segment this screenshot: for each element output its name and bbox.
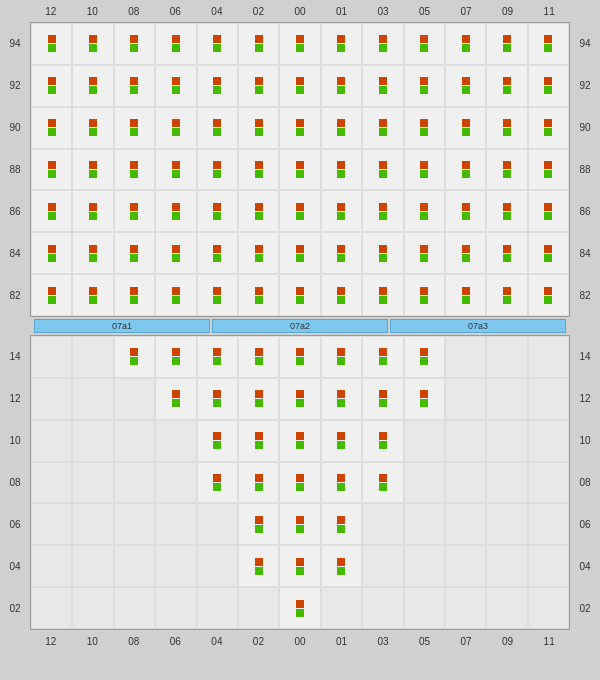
- top-cell-88-00: [279, 149, 320, 191]
- col-header-07: 07: [445, 6, 487, 17]
- row-label-right-14: 14: [570, 335, 600, 377]
- bottom-cell-12-03: [362, 378, 403, 420]
- bottom-cell-06-10: [72, 503, 113, 545]
- bottom-cell-04-06: [155, 545, 196, 587]
- top-cell-94-12: [31, 23, 72, 65]
- top-cell-82-10: [72, 274, 113, 316]
- row-label-right-08: 08: [570, 461, 600, 503]
- bottom-cell-14-07: [445, 336, 486, 378]
- bottom-cell-10-03: [362, 420, 403, 462]
- top-cell-86-11: [528, 190, 569, 232]
- bottom-cell-02-03: [362, 587, 403, 629]
- bottom-cell-14-12: [31, 336, 72, 378]
- divider-segment-1: 07a1: [34, 319, 210, 333]
- bottom-cell-10-04: [197, 420, 238, 462]
- bottom-cell-04-01: [321, 545, 362, 587]
- bottom-cell-06-03: [362, 503, 403, 545]
- row-label-left-84: 84: [0, 233, 30, 275]
- bottom-section: 14121008060402 14121008060402: [0, 335, 600, 630]
- bottom-cell-08-10: [72, 462, 113, 504]
- top-row-94: [31, 23, 569, 65]
- bottom-cell-10-06: [155, 420, 196, 462]
- row-label-right-86: 86: [570, 191, 600, 233]
- main-container: 12100806040200010305070911 9492908886848…: [0, 0, 600, 680]
- top-row-86: [31, 190, 569, 232]
- top-cell-84-11: [528, 232, 569, 274]
- bottom-cell-14-05: [404, 336, 445, 378]
- col-header-06: 06: [155, 6, 197, 17]
- bottom-row-02: [31, 587, 569, 629]
- divider-segment-3: 07a3: [390, 319, 566, 333]
- top-row-82: [31, 274, 569, 316]
- top-cell-94-10: [72, 23, 113, 65]
- bottom-cell-08-11: [528, 462, 569, 504]
- bottom-cell-12-01: [321, 378, 362, 420]
- bottom-cell-04-08: [114, 545, 155, 587]
- bottom-cell-02-09: [486, 587, 527, 629]
- col-header-07: 07: [445, 636, 487, 647]
- top-cell-90-11: [528, 107, 569, 149]
- top-cell-92-06: [155, 65, 196, 107]
- col-header-12: 12: [30, 636, 72, 647]
- top-cell-86-05: [404, 190, 445, 232]
- bottom-cell-14-11: [528, 336, 569, 378]
- bottom-cell-12-05: [404, 378, 445, 420]
- bottom-cell-06-04: [197, 503, 238, 545]
- bottom-cell-08-04: [197, 462, 238, 504]
- bottom-cell-06-07: [445, 503, 486, 545]
- bottom-cell-02-01: [321, 587, 362, 629]
- bottom-cell-10-00: [279, 420, 320, 462]
- row-label-right-94: 94: [570, 22, 600, 64]
- bottom-cell-06-11: [528, 503, 569, 545]
- top-cell-86-00: [279, 190, 320, 232]
- row-label-left-90: 90: [0, 106, 30, 148]
- col-header-08: 08: [113, 636, 155, 647]
- top-row-90: [31, 107, 569, 149]
- bottom-cell-04-07: [445, 545, 486, 587]
- top-cell-86-01: [321, 190, 362, 232]
- top-cell-88-08: [114, 149, 155, 191]
- top-cell-84-07: [445, 232, 486, 274]
- top-cell-86-03: [362, 190, 403, 232]
- row-label-left-86: 86: [0, 191, 30, 233]
- bottom-cell-02-06: [155, 587, 196, 629]
- bottom-cell-08-01: [321, 462, 362, 504]
- top-cell-86-04: [197, 190, 238, 232]
- bottom-cell-10-07: [445, 420, 486, 462]
- bottom-cell-04-12: [31, 545, 72, 587]
- top-cell-92-09: [486, 65, 527, 107]
- top-cell-86-06: [155, 190, 196, 232]
- top-cell-84-08: [114, 232, 155, 274]
- bottom-cell-04-05: [404, 545, 445, 587]
- top-cell-90-00: [279, 107, 320, 149]
- bottom-cell-06-06: [155, 503, 196, 545]
- top-cell-82-12: [31, 274, 72, 316]
- bottom-cell-06-01: [321, 503, 362, 545]
- bottom-cell-14-00: [279, 336, 320, 378]
- col-header-09: 09: [487, 6, 529, 17]
- bottom-cell-06-09: [486, 503, 527, 545]
- bottom-cell-14-03: [362, 336, 403, 378]
- row-label-right-88: 88: [570, 148, 600, 190]
- row-label-right-12: 12: [570, 377, 600, 419]
- bottom-cell-04-04: [197, 545, 238, 587]
- bottom-cell-08-05: [404, 462, 445, 504]
- top-cell-86-12: [31, 190, 72, 232]
- col-header-03: 03: [362, 6, 404, 17]
- bottom-cell-12-06: [155, 378, 196, 420]
- bottom-row-04: [31, 545, 569, 587]
- bottom-cell-12-09: [486, 378, 527, 420]
- bottom-cell-02-08: [114, 587, 155, 629]
- bottom-cell-14-06: [155, 336, 196, 378]
- col-header-00: 00: [279, 6, 321, 17]
- top-cell-94-06: [155, 23, 196, 65]
- top-cell-84-00: [279, 232, 320, 274]
- row-label-left-06: 06: [0, 504, 30, 546]
- top-cell-92-03: [362, 65, 403, 107]
- top-cell-82-06: [155, 274, 196, 316]
- row-label-right-90: 90: [570, 106, 600, 148]
- top-cell-94-02: [238, 23, 279, 65]
- top-cell-82-07: [445, 274, 486, 316]
- bottom-cell-10-11: [528, 420, 569, 462]
- top-cell-92-05: [404, 65, 445, 107]
